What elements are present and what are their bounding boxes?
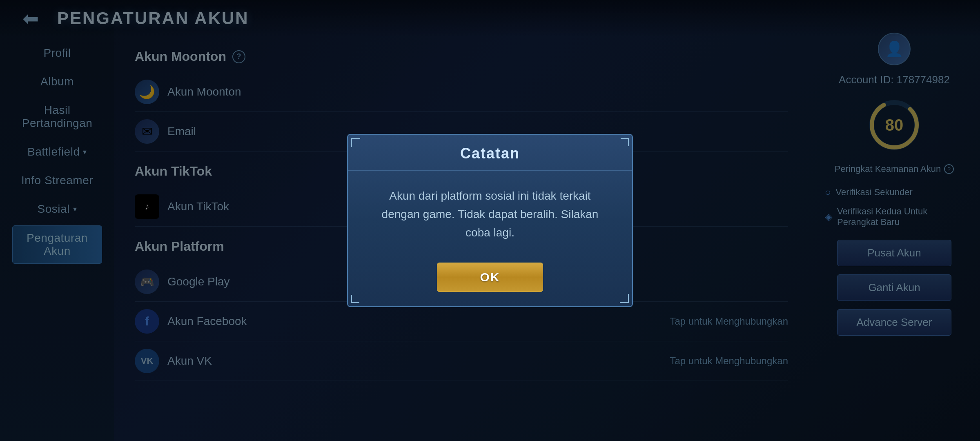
modal-footer: OK bbox=[348, 254, 632, 306]
modal-backdrop: Catatan Akun dari platform sosial ini ti… bbox=[0, 0, 980, 441]
modal-body: Akun dari platform sosial ini tidak terk… bbox=[348, 171, 632, 254]
modal-dialog: Catatan Akun dari platform sosial ini ti… bbox=[347, 134, 633, 307]
modal-message: Akun dari platform sosial ini tidak terk… bbox=[372, 187, 608, 242]
modal-corner-bl bbox=[351, 295, 359, 303]
modal-corner-tr bbox=[621, 138, 629, 146]
modal-title: Catatan bbox=[364, 145, 616, 162]
modal-header: Catatan bbox=[348, 135, 632, 171]
ok-button[interactable]: OK bbox=[437, 263, 543, 292]
